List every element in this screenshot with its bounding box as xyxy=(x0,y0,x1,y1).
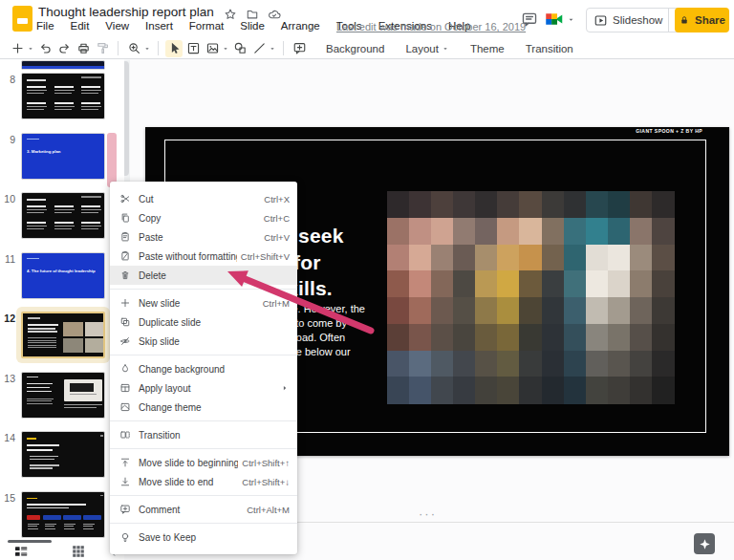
mosaic-cell xyxy=(497,351,520,377)
slide-thumbnail-14[interactable] xyxy=(21,431,105,478)
mosaic-cell xyxy=(519,324,542,351)
menu-item-change-theme[interactable]: Change theme xyxy=(110,398,297,417)
thumb-content-bar xyxy=(28,328,55,330)
move-top-icon xyxy=(119,457,131,468)
menu-insert[interactable]: Insert xyxy=(145,20,173,32)
toolbar-separator xyxy=(118,41,119,55)
menu-item-copy[interactable]: CopyCtrl+C xyxy=(110,208,297,227)
speaker-notes-handle[interactable]: ··· xyxy=(419,506,437,521)
insert-image-icon[interactable] xyxy=(204,40,221,57)
menu-item-save-to-keep[interactable]: Save to Keep xyxy=(110,528,297,547)
mosaic-cell xyxy=(652,351,675,377)
theme-button[interactable]: Theme xyxy=(470,43,505,54)
mosaic-cell xyxy=(542,191,565,218)
slide-number: 14 xyxy=(0,432,15,443)
chevron-down-icon[interactable] xyxy=(27,40,35,57)
menu-separator xyxy=(110,420,297,421)
menu-item-move-slide-to-beginning[interactable]: Move slide to beginningCtrl+Shift+↑ xyxy=(110,453,297,472)
chevron-down-icon[interactable] xyxy=(143,40,152,57)
slide-thumbnail-partial[interactable] xyxy=(21,60,105,70)
zoom-icon[interactable] xyxy=(125,40,142,57)
menu-item-change-background[interactable]: Change background xyxy=(110,359,297,378)
thumb-content-bar xyxy=(81,222,100,224)
star-icon[interactable] xyxy=(224,8,237,21)
transition-icon xyxy=(119,429,131,441)
insert-comment-icon[interactable] xyxy=(291,40,308,57)
slide-thumbnail-8[interactable] xyxy=(21,73,105,119)
mosaic-cell xyxy=(564,191,587,218)
context-menu: CutCtrl+XCopyCtrl+CPasteCtrl+VPaste with… xyxy=(110,182,297,554)
print-icon[interactable] xyxy=(75,40,92,57)
thumb-content-bar xyxy=(27,449,53,451)
paint-format-icon[interactable] xyxy=(94,40,111,57)
slide-thumbnail-15[interactable] xyxy=(21,491,105,538)
move-icon[interactable] xyxy=(246,8,259,21)
menu-arrange[interactable]: Arrange xyxy=(281,20,320,32)
last-edit-link[interactable]: Last edit was made on October 16, 2019 xyxy=(336,21,526,32)
thumb-content-bar xyxy=(43,515,61,520)
select-cursor-icon[interactable] xyxy=(165,40,183,57)
slide-thumbnail-13[interactable] xyxy=(21,372,105,419)
chevron-down-icon[interactable] xyxy=(269,40,277,57)
menu-item-new-slide[interactable]: New slideCtrl+M xyxy=(110,293,297,312)
transition-button[interactable]: Transition xyxy=(526,43,573,54)
menu-item-comment[interactable]: CommentCtrl+Alt+M xyxy=(110,500,297,519)
layout-label: Layout xyxy=(405,43,439,54)
background-button[interactable]: Background xyxy=(326,43,384,54)
redo-icon[interactable] xyxy=(55,40,73,57)
layout-button[interactable]: Layout xyxy=(405,43,449,54)
menu-item-transition[interactable]: Transition xyxy=(110,425,297,444)
menu-format[interactable]: Format xyxy=(189,20,224,32)
mosaic-cell xyxy=(387,297,410,324)
document-status-icon[interactable] xyxy=(268,8,281,21)
slide-heading-fragment: for xyxy=(293,251,321,274)
mosaic-cell xyxy=(431,218,454,245)
menu-item-move-slide-to-end[interactable]: Move slide to endCtrl+Shift+↓ xyxy=(110,472,297,491)
comment-history-icon[interactable] xyxy=(521,11,538,28)
text-box-icon[interactable] xyxy=(184,40,202,57)
menu-item-paste-without-formatting[interactable]: Paste without formattingCtrl+Shift+V xyxy=(110,247,297,266)
menu-view[interactable]: View xyxy=(105,20,129,32)
filmstrip-hscrollbar[interactable] xyxy=(8,540,52,543)
filmstrip-view-button[interactable] xyxy=(13,544,29,559)
mosaic-cell xyxy=(652,270,675,297)
mosaic-cell xyxy=(475,245,498,271)
menu-item-skip-slide[interactable]: Skip slide xyxy=(110,332,297,351)
new-slide-plus-icon[interactable] xyxy=(9,40,26,57)
menu-item-cut[interactable]: CutCtrl+X xyxy=(110,189,297,208)
mosaic-cell xyxy=(519,351,542,377)
menu-edit[interactable]: Edit xyxy=(71,20,90,32)
menu-item-apply-layout[interactable]: Apply layout xyxy=(110,378,297,398)
share-button[interactable]: Share xyxy=(675,8,729,32)
explore-button[interactable] xyxy=(694,533,715,554)
menu-item-duplicate-slide[interactable]: Duplicate slide xyxy=(110,312,297,332)
menu-file[interactable]: File xyxy=(36,20,54,32)
transition-label: Transition xyxy=(526,43,573,54)
insert-line-icon[interactable] xyxy=(250,40,268,57)
slide-thumbnail-9[interactable]: 3. Marketing plan xyxy=(21,133,105,180)
slideshow-button[interactable]: Slideshow xyxy=(586,8,686,32)
thumb-content-bar xyxy=(54,226,75,226)
thumb-content-bar xyxy=(28,347,56,348)
thumb-content-bar xyxy=(64,528,75,529)
slide-thumbnail-10[interactable] xyxy=(21,192,105,239)
chevron-down-icon[interactable] xyxy=(222,40,230,57)
slides-logo-icon[interactable] xyxy=(12,6,32,32)
menu-slide[interactable]: Slide xyxy=(240,20,265,32)
mosaic-cell xyxy=(387,377,410,403)
mosaic-cell xyxy=(497,270,520,297)
plus-icon xyxy=(119,297,131,309)
slide-thumbnail-12[interactable] xyxy=(21,312,105,358)
thumb-content-bar xyxy=(63,515,81,520)
meet-button[interactable] xyxy=(545,10,575,29)
grid-view-button[interactable] xyxy=(71,544,86,559)
undo-icon[interactable] xyxy=(36,40,54,57)
mosaic-cell xyxy=(475,191,498,218)
insert-shape-icon[interactable] xyxy=(231,40,248,57)
document-title[interactable]: Thought leadership report plan xyxy=(38,5,214,19)
keep-icon xyxy=(119,531,131,543)
menu-item-delete[interactable]: Delete xyxy=(110,266,297,285)
mosaic-cell xyxy=(630,324,653,351)
slide-thumbnail-11[interactable]: 4. The future of thought leadership xyxy=(21,252,105,299)
menu-item-paste[interactable]: PasteCtrl+V xyxy=(110,227,297,247)
